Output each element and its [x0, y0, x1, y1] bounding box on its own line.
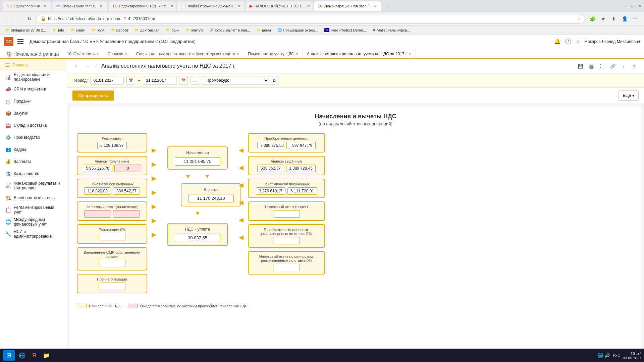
browser-tab-6[interactable]: 1С Демонстрационная база /... ✕ [314, 1, 381, 11]
sidebar-item-production[interactable]: ⚙️ Производство [0, 131, 67, 143]
more-actions-button[interactable]: ⋮ [619, 62, 628, 70]
close-report-button[interactable]: ✕ [630, 62, 639, 70]
left-block-tax-agent[interactable]: Налоговый агент (начисление) [77, 201, 147, 221]
bookmark-prices[interactable]: 📁 цены [254, 26, 273, 34]
center-vychety[interactable]: Вычеты 11 170 248,10 [181, 183, 241, 206]
date-from-input[interactable] [90, 76, 124, 85]
center-nds-total[interactable]: НДС к уплате 30 837,65 [167, 223, 228, 246]
address-input[interactable]: 🔒 https://edu.1cfresh.com/a/edu_erp_demo… [36, 14, 585, 23]
tab-close-6[interactable]: ✕ [374, 4, 377, 8]
copy-organization-button[interactable]: ⧉ [270, 76, 278, 85]
organization-select[interactable]: Промресурс [202, 76, 269, 85]
sidebar-item-purchases[interactable]: 📦 Закупки [0, 107, 67, 119]
left-block-other[interactable]: Прочие операции [77, 274, 147, 293]
form-button[interactable]: Сформировать [72, 90, 114, 101]
tab-reconciliation[interactable]: Сверка данных оперативного и бухгалтерск… [132, 49, 244, 58]
tab-close-3[interactable]: ✕ [171, 4, 173, 8]
tab-1c-reporting[interactable]: 1С-Отчетность ✕ [62, 49, 103, 58]
new-tab-button[interactable]: ＋ [382, 1, 392, 11]
notification-icon[interactable]: 🔔 [554, 38, 561, 45]
tab-vat-assistant[interactable]: Помощник по учету НДС ✕ [244, 49, 302, 58]
taskbar-yandex[interactable]: Я [30, 350, 39, 361]
tab-help[interactable]: Справка ✕ [103, 49, 132, 58]
sidebar-item-sales[interactable]: 🛒 Продажи [0, 95, 67, 107]
link-button[interactable]: 🔗 [608, 62, 617, 70]
sidebar-item-assets[interactable]: 🏗️ Внеоборотные активы [0, 192, 67, 204]
left-block-zachet-avansov[interactable]: Зачет авансов выданных 116 820,00 386 54… [77, 179, 147, 198]
bookmark-kontur[interactable]: 📁 контур [183, 26, 205, 34]
tab-home[interactable]: 🏠 Начальная страница [3, 49, 62, 58]
sidebar-item-budgeting[interactable]: 📊 Бюджетирование и планирование [0, 71, 67, 83]
tab-close-vat-assistant[interactable]: ✕ [296, 52, 298, 56]
bookmark-books[interactable]: 📁 книги [68, 26, 88, 34]
sidebar-item-main[interactable]: ☰ Главное [0, 59, 67, 71]
sidebar-item-regulated[interactable]: 📋 Регламентированный учет [0, 204, 67, 216]
collections-button[interactable]: ⬇ [609, 14, 619, 23]
bookmark-bank[interactable]: 📁 банк [163, 26, 182, 34]
center-nacisleniya[interactable]: Начисления 11 201 085,75 [167, 146, 228, 170]
browser-tab-1[interactable]: ОК Одноклассники ✕ [3, 1, 51, 11]
report-favorite-icon[interactable]: ☆ [94, 63, 99, 69]
period-selector-button[interactable]: … [191, 76, 199, 85]
sidebar-item-hr[interactable]: 👥 Кадры [0, 143, 67, 156]
tab-close-reconciliation[interactable]: ✕ [236, 52, 239, 56]
sidebar-item-international[interactable]: 🌐 Международный финансовый учет [0, 216, 67, 228]
bookmark-exams[interactable]: 🌐 Прошедшие экзам... [275, 26, 321, 34]
tab-close-reporting[interactable]: ✕ [96, 52, 99, 56]
forward-button[interactable]: → [15, 15, 23, 23]
tab-close-help[interactable]: ✕ [125, 52, 127, 56]
bookmark-materials[interactable]: A Материалы курса... [370, 26, 413, 34]
tab-close-1[interactable]: ✕ [42, 4, 47, 8]
taskbar-edge[interactable]: 🌐 [16, 350, 28, 361]
left-block-avances-poluchennye[interactable]: Авансы полученные 5 956 126,78 0 [77, 156, 147, 175]
minimize-button[interactable]: — [624, 4, 628, 8]
taskbar-explorer[interactable]: 📁 [40, 350, 52, 361]
browser-tab-2[interactable]: ✉ Спам - Почта Mail.ru ✕ [52, 1, 107, 11]
bookmark-star-icon[interactable]: ☆ [577, 16, 581, 21]
favorites-button[interactable]: ★ [598, 14, 608, 23]
profile-button[interactable]: 👤 [620, 14, 629, 23]
menu-toggle-button[interactable] [17, 38, 25, 46]
sidebar-item-payroll[interactable]: 💰 Зарплата [0, 156, 67, 168]
save-report-button[interactable]: 💾 [576, 62, 585, 70]
tab-close-5[interactable]: ✕ [307, 4, 310, 8]
tab-close-4[interactable]: ✕ [238, 4, 240, 8]
tab-close-vat-analysis[interactable]: ✕ [409, 52, 412, 56]
sidebar-item-warehouse[interactable]: 🏭 Склад и доставка [0, 119, 67, 131]
tab-vat-analysis[interactable]: Анализ состояния налогового учета по НДС… [303, 49, 416, 58]
sidebar-item-crm[interactable]: 📣 CRM и маркетинг [0, 83, 67, 95]
browser-tab-3[interactable]: 1С Редактирование: 1С:ERP У... ✕ [109, 1, 176, 11]
sidebar-item-finance[interactable]: 📈 Финансовый результат и контроллинг [0, 180, 67, 192]
date-to-input[interactable] [143, 76, 176, 85]
left-block-realizatsiya[interactable]: Реализация 5 128 138,97 [77, 133, 147, 153]
bookmark-currency[interactable]: 🔗 Курсы валют в бан... [207, 26, 253, 34]
right-block-avances-vydannye[interactable]: Авансы выданные 503 362,37 1 389 728,45 [248, 156, 325, 175]
bookmark-doctoral[interactable]: 📁 докторская [132, 26, 162, 34]
bookmark-work[interactable]: 📁 работа [108, 26, 131, 34]
browser-tab-4[interactable]: 📄 Файл:Отражение докумен... ✕ [177, 1, 244, 11]
left-block-smr[interactable]: Выполнение СМР собственными силами [77, 247, 147, 270]
extensions-button[interactable]: 🧩 [588, 14, 597, 23]
settings-button[interactable]: ⋯ [631, 14, 640, 23]
nav-back-button[interactable]: ← [72, 62, 80, 70]
history-icon[interactable]: 🕐 [565, 38, 572, 45]
bookmark-yulia[interactable]: 📁 юля [89, 26, 107, 34]
fullscreen-button[interactable]: ⛶ [598, 62, 606, 70]
date-to-picker[interactable]: 📅 [179, 76, 188, 85]
bookmark-folders[interactable]: 📁 Вкладки из 27 06 2... [3, 26, 49, 34]
bookmark-info[interactable]: 📁 info [50, 26, 67, 34]
sidebar-item-nsi[interactable]: 🔧 НСИ и администрирование [0, 228, 67, 240]
right-block-zachet-poluchennye[interactable]: Зачет авансов полученных 3 276 610,17 6 … [248, 179, 325, 198]
right-block-tax-agent-vychet[interactable]: Налоговый агент (вычет) [248, 201, 325, 221]
date-from-picker[interactable]: 📅 [126, 76, 135, 85]
refresh-button[interactable]: ↻ [25, 15, 34, 23]
left-block-realizatsiya-0[interactable]: Реализация 0% [77, 224, 147, 244]
print-button[interactable]: 🖨️ [587, 62, 596, 70]
browser-tab-5[interactable]: ▶ НАЛОГОВЫЙ УЧЕТ В 1С: Е... ✕ [246, 1, 313, 11]
nav-forward-button[interactable]: → [83, 62, 91, 70]
bookmark-product-demo[interactable]: IP Free Product Demo... [322, 26, 369, 34]
right-block-acquired-0[interactable]: Приобретенные ценности, реализованные по… [248, 224, 325, 248]
start-button[interactable]: ⊞ [3, 350, 15, 361]
right-block-tax-agent-0[interactable]: Налоговый агент по ценностям, реализован… [248, 251, 325, 275]
more-button[interactable]: Еще ▾ [619, 90, 639, 101]
